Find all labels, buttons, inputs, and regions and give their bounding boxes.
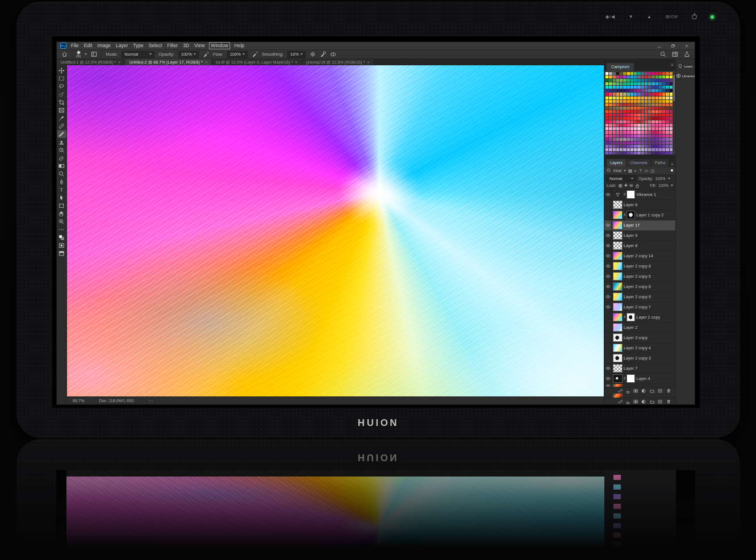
swatch[interactable] (605, 117, 608, 120)
swatch[interactable] (645, 120, 648, 123)
swatch[interactable] (634, 110, 637, 113)
swatch[interactable] (651, 114, 654, 116)
swatch[interactable] (616, 72, 619, 75)
tab-layers[interactable]: Layers (607, 159, 626, 167)
swatch[interactable] (627, 148, 630, 151)
swatch[interactable] (609, 100, 612, 103)
swatch[interactable] (620, 86, 623, 89)
layer-thumbnail[interactable] (613, 283, 622, 290)
swatch[interactable] (605, 103, 608, 106)
swatch[interactable] (645, 135, 648, 137)
swatch[interactable] (651, 93, 654, 95)
document-tab[interactable]: Untitled-1 @ 12.5% (RGB/8) *× (57, 59, 125, 65)
swatch[interactable] (620, 148, 623, 151)
settings-back-button[interactable]: ◉/◀ (605, 14, 615, 19)
swatch[interactable] (641, 141, 644, 144)
swatch[interactable] (620, 89, 623, 92)
swatch[interactable] (659, 124, 662, 127)
swatch[interactable] (651, 124, 654, 127)
swatch[interactable] (613, 124, 616, 127)
swatch[interactable] (613, 103, 616, 106)
swatch[interactable] (659, 148, 662, 151)
swatch[interactable] (659, 86, 662, 89)
layer-thumbnail[interactable]: ▽ (613, 191, 622, 198)
swatch[interactable] (634, 72, 637, 75)
swatch[interactable] (645, 110, 648, 113)
swatch[interactable] (651, 79, 654, 82)
layer-thumbnail[interactable] (613, 262, 622, 270)
swatch[interactable] (634, 135, 637, 137)
swatch[interactable] (648, 120, 651, 123)
swatch[interactable] (634, 124, 637, 127)
layer-visibility-toggle[interactable] (604, 200, 612, 210)
swatch[interactable] (670, 127, 673, 130)
nav-up-button[interactable]: ▲ (647, 14, 651, 19)
swatch[interactable] (651, 127, 654, 130)
swatch[interactable] (630, 141, 633, 144)
search-icon[interactable] (660, 51, 666, 57)
layer-thumbnail[interactable] (613, 252, 622, 260)
swatch[interactable] (662, 131, 665, 133)
swatch[interactable] (637, 100, 640, 103)
swatch[interactable] (634, 107, 637, 110)
swatch[interactable] (662, 103, 665, 106)
type-layers-filter-icon[interactable]: T (640, 168, 642, 173)
swatch[interactable] (623, 72, 626, 75)
swatch[interactable] (662, 82, 665, 85)
swatch[interactable] (655, 107, 658, 110)
swatch[interactable] (637, 117, 640, 120)
swatch[interactable] (620, 93, 623, 95)
swatch[interactable] (641, 131, 644, 133)
libraries-panel-button[interactable]: Libraries (676, 73, 695, 78)
layer-row[interactable]: Layer 8 (604, 241, 675, 251)
swatch[interactable] (627, 97, 630, 99)
swatch[interactable] (645, 86, 648, 89)
swatch[interactable] (651, 89, 654, 92)
swatch[interactable] (616, 110, 619, 113)
swatch[interactable] (623, 135, 626, 137)
swatch[interactable] (623, 79, 626, 82)
swatch[interactable] (655, 100, 658, 103)
swatch[interactable] (627, 117, 630, 120)
layer-row[interactable]: Layer 17 (604, 220, 675, 231)
swatch[interactable] (645, 145, 648, 148)
tool-quickmask[interactable] (57, 241, 66, 249)
swatch[interactable] (605, 152, 608, 154)
swatch[interactable] (620, 107, 623, 110)
swatch[interactable] (655, 152, 658, 154)
menu-select[interactable]: Select (149, 43, 162, 49)
layers-panel-menu-icon[interactable]: ≡ (671, 162, 673, 167)
swatch[interactable] (630, 72, 633, 75)
swatch[interactable] (613, 131, 616, 133)
swatch[interactable] (630, 97, 633, 99)
swatch[interactable] (659, 145, 662, 148)
swatch[interactable] (648, 100, 651, 103)
swatch[interactable] (620, 141, 623, 144)
swatch[interactable] (620, 120, 623, 123)
layer-row[interactable]: Layer 2 copy 5 (604, 271, 675, 282)
swatch[interactable] (630, 114, 633, 116)
swatch[interactable] (659, 97, 662, 99)
swatch[interactable] (616, 131, 619, 133)
fill-value[interactable]: 100% (658, 183, 669, 187)
swatch[interactable] (637, 152, 640, 154)
swatch[interactable] (637, 76, 640, 78)
layer-mask-thumbnail[interactable] (627, 211, 634, 219)
swatch[interactable] (620, 97, 623, 99)
swatch[interactable] (655, 86, 658, 89)
swatch[interactable] (659, 131, 662, 133)
swatch[interactable] (613, 110, 616, 113)
lock-position-icon[interactable]: ⊞ (629, 183, 633, 188)
menu-type[interactable]: Type (133, 43, 143, 49)
swatch[interactable] (659, 107, 662, 110)
swatch[interactable] (630, 89, 633, 92)
swatch[interactable] (670, 138, 673, 141)
swatch[interactable] (637, 103, 640, 106)
swatch[interactable] (616, 120, 619, 123)
adjustment-layers-filter-icon[interactable]: ◐ (634, 168, 637, 173)
layer-visibility-toggle[interactable] (604, 282, 612, 291)
swatch[interactable] (630, 103, 633, 106)
swatch[interactable] (616, 148, 619, 151)
swatch[interactable] (666, 127, 669, 130)
swatch[interactable] (666, 107, 669, 110)
